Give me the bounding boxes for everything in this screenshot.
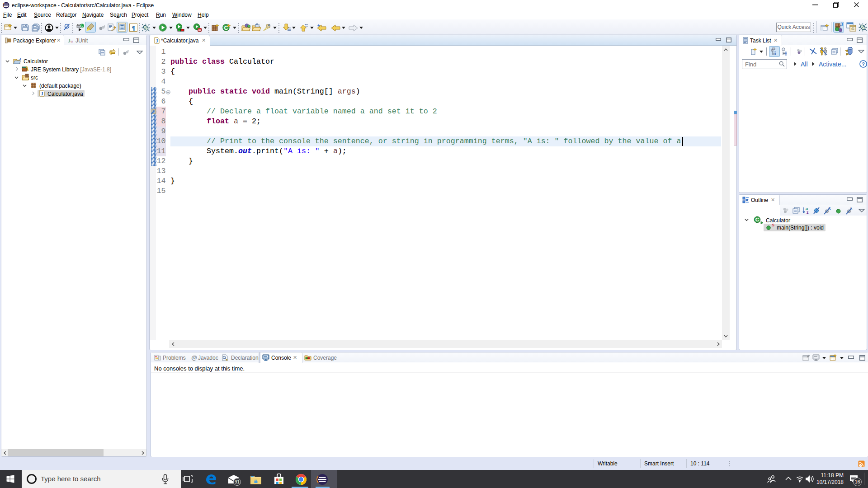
svg-text:u: u bbox=[71, 39, 73, 43]
svg-text:C: C bbox=[851, 27, 854, 31]
svg-text:J: J bbox=[840, 22, 843, 27]
svg-text:J: J bbox=[41, 91, 43, 96]
svg-text:¶: ¶ bbox=[132, 24, 135, 31]
svg-text:J: J bbox=[156, 38, 158, 43]
svg-text:J: J bbox=[19, 57, 21, 61]
svg-text:C: C bbox=[755, 217, 759, 222]
svg-text:z: z bbox=[807, 210, 809, 215]
svg-text:?: ? bbox=[862, 61, 865, 67]
